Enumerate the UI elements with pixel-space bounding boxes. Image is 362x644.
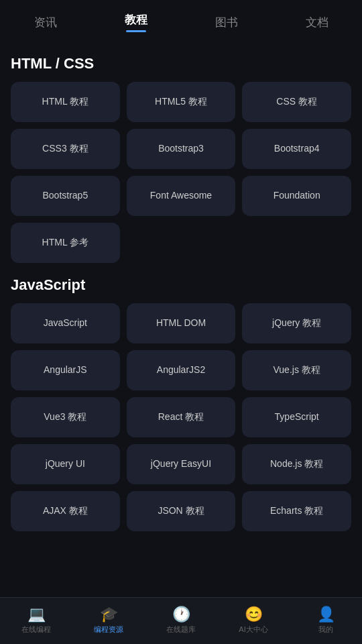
tab-在线题库[interactable]: 🕐在线题库 <box>161 607 201 635</box>
tab-icon-AI大中心: 😊 <box>245 607 263 622</box>
tab-icon-在线编程: 💻 <box>27 607 46 622</box>
card-row-1-1: AngularJSAngularJS2Vue.js 教程 <box>11 350 351 390</box>
section-title-0: HTML / CSS <box>11 55 351 72</box>
tab-AI大中心[interactable]: 😊AI大中心 <box>233 607 274 635</box>
tab-label-在线编程: 在线编程 <box>21 625 51 635</box>
card-AJAX-教程[interactable]: AJAX 教程 <box>11 491 120 531</box>
card-AngularJS2[interactable]: AngularJS2 <box>127 350 236 390</box>
card-HTML-教程[interactable]: HTML 教程 <box>11 82 120 122</box>
card-row-0-0: HTML 教程HTML5 教程CSS 教程 <box>11 82 351 122</box>
tab-icon-我的: 👤 <box>317 607 335 622</box>
top-nav: 资讯教程图书文档 <box>0 0 362 42</box>
nav-item-图书[interactable]: 图书 <box>208 12 245 33</box>
card-CSS3-教程[interactable]: CSS3 教程 <box>11 129 120 169</box>
tab-label-编程资源: 编程资源 <box>94 625 123 635</box>
card-Foundation[interactable]: Foundation <box>242 176 351 216</box>
card-Echarts-教程[interactable]: Echarts 教程 <box>242 491 351 531</box>
card-row-1-0: JavaScriptHTML DOMjQuery 教程 <box>11 303 351 343</box>
tab-icon-在线题库: 🕐 <box>172 607 190 622</box>
card-AngularJS[interactable]: AngularJS <box>11 350 120 390</box>
card-Bootstrap4[interactable]: Bootstrap4 <box>242 129 351 169</box>
card-TypeScript[interactable]: TypeScript <box>242 397 351 437</box>
card-JavaScript[interactable]: JavaScript <box>11 303 120 343</box>
card-Font-Awesome[interactable]: Font Awesome <box>127 176 236 216</box>
card-row-0-3: HTML 参考 <box>11 223 351 263</box>
card-row-0-1: CSS3 教程Bootstrap3Bootstrap4 <box>11 129 351 169</box>
tab-我的[interactable]: 👤我的 <box>306 607 346 635</box>
card-Vue.js-教程[interactable]: Vue.js 教程 <box>242 350 351 390</box>
card-row-1-3: jQuery UIjQuery EasyUINode.js 教程 <box>11 444 351 484</box>
nav-item-资讯[interactable]: 资讯 <box>27 12 64 33</box>
card-jQuery-教程[interactable]: jQuery 教程 <box>242 303 351 343</box>
tab-label-在线题库: 在线题库 <box>166 625 196 635</box>
card-HTML5-教程[interactable]: HTML5 教程 <box>127 82 236 122</box>
card-row-1-2: Vue3 教程React 教程TypeScript <box>11 397 351 437</box>
card-row-0-2: Bootstrap5Font AwesomeFoundation <box>11 176 351 216</box>
tab-label-AI大中心: AI大中心 <box>239 625 267 635</box>
card-Bootstrap5[interactable]: Bootstrap5 <box>11 176 120 216</box>
main-content: HTML / CSSHTML 教程HTML5 教程CSS 教程CSS3 教程Bo… <box>0 42 362 644</box>
card-HTML-参考[interactable]: HTML 参考 <box>11 223 120 263</box>
card-JSON-教程[interactable]: JSON 教程 <box>127 491 236 531</box>
tab-icon-编程资源: 🎓 <box>100 607 118 622</box>
card-React-教程[interactable]: React 教程 <box>127 397 236 437</box>
nav-item-文档[interactable]: 文档 <box>299 12 335 33</box>
tab-在线编程[interactable]: 💻在线编程 <box>16 607 56 635</box>
card-row-1-4: AJAX 教程JSON 教程Echarts 教程 <box>11 491 351 531</box>
card-HTML-DOM[interactable]: HTML DOM <box>127 303 236 343</box>
card-jQuery-UI[interactable]: jQuery UI <box>11 444 120 484</box>
bottom-nav: 💻在线编程🎓编程资源🕐在线题库😊AI大中心👤我的 <box>0 597 362 644</box>
card-Bootstrap3[interactable]: Bootstrap3 <box>127 129 236 169</box>
card-Vue3-教程[interactable]: Vue3 教程 <box>11 397 120 437</box>
section-title-1: JavaScript <box>11 276 351 294</box>
tab-编程资源[interactable]: 🎓编程资源 <box>88 607 129 635</box>
card-jQuery-EasyUI[interactable]: jQuery EasyUI <box>127 444 236 484</box>
nav-item-教程[interactable]: 教程 <box>118 9 154 35</box>
card-CSS-教程[interactable]: CSS 教程 <box>242 82 351 122</box>
tab-label-我的: 我的 <box>318 625 333 635</box>
card-Node.js-教程[interactable]: Node.js 教程 <box>242 444 351 484</box>
